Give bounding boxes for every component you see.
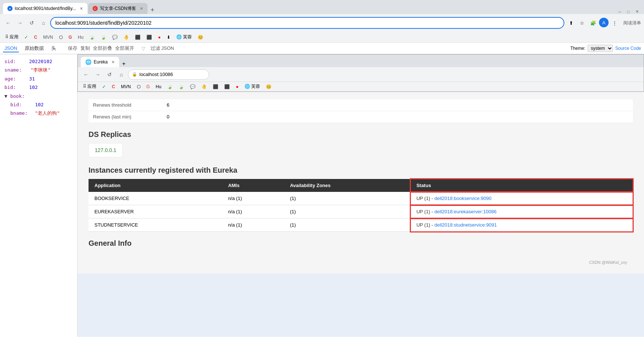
studnetservice-zones: (1) xyxy=(284,218,411,232)
inner-tab-eureka[interactable]: 🌐 Eureka ✕ xyxy=(81,57,119,67)
bookmark-smile[interactable]: 😊 xyxy=(195,34,205,41)
renews-last-label: Renews (last min) xyxy=(89,111,162,123)
bookmark-mvn[interactable]: MVN xyxy=(41,34,55,41)
address-bar[interactable] xyxy=(50,17,564,29)
tab-1[interactable]: ● localhost:9091/student/findBy... ✕ xyxy=(3,3,87,14)
bookmark-g[interactable]: G xyxy=(66,34,74,41)
new-tab-button[interactable]: + xyxy=(148,6,157,14)
bookmark-c[interactable]: C xyxy=(32,34,39,41)
inner-bookmark-leaf2[interactable]: 🍃 xyxy=(176,83,186,90)
bookmark-globe[interactable]: 🌐 芙蓉 xyxy=(174,33,194,41)
json-book-bid-val: 102 xyxy=(35,102,44,107)
expand-all-action[interactable]: 全部展开 xyxy=(115,45,134,52)
inner-bookmark-chat[interactable]: 💬 xyxy=(188,83,198,90)
bookmark-red-circle[interactable]: ● xyxy=(156,34,163,41)
eurekaserver-zones: (1) xyxy=(284,205,411,218)
inner-tab-label: Eureka xyxy=(94,59,108,65)
filter-label: 过滤 JSON xyxy=(150,45,174,52)
inner-bookmark-smile[interactable]: 😊 xyxy=(264,83,274,90)
menu-icon[interactable]: ⋮ xyxy=(609,18,620,28)
inner-home-button[interactable]: ⌂ xyxy=(116,69,127,80)
tab-2[interactable]: C 写文章-CSDN博客 ✕ xyxy=(88,3,148,14)
json-tab-headers[interactable]: 头 xyxy=(50,44,58,52)
json-book-bname-row: bname: "老人的狗" xyxy=(4,109,73,117)
json-sname-row: sname: "李咪咪" xyxy=(4,66,73,74)
json-tab-raw[interactable]: 原始数据 xyxy=(23,44,45,52)
instances-thead: Application AMIs Availability Zones Stat… xyxy=(89,179,633,192)
inner-bookmark-c[interactable]: C xyxy=(110,83,117,90)
tab-2-close[interactable]: ✕ xyxy=(140,6,143,11)
studnetservice-app: STUDNETSERVICE xyxy=(89,218,222,232)
forward-button[interactable]: → xyxy=(15,18,25,28)
renews-threshold-label: Renews threshold xyxy=(89,99,162,111)
inner-reload-button[interactable]: ↺ xyxy=(104,69,115,80)
reload-button[interactable]: ↺ xyxy=(27,18,37,28)
bookmark-leaf2[interactable]: 🍃 xyxy=(98,34,108,41)
inner-bookmark-apps[interactable]: ⠿ 应用 xyxy=(81,83,98,90)
inner-bookmark-globe[interactable]: 🌐 芙蓉 xyxy=(242,83,262,90)
bookmark-apps[interactable]: ⠿ 应用 xyxy=(3,33,21,41)
json-theme-area: Theme: system light dark Source Code xyxy=(570,45,641,52)
json-book-arrow[interactable]: ▼ xyxy=(4,93,7,99)
profile-icon[interactable]: A xyxy=(599,18,609,27)
inner-new-tab-button[interactable]: + xyxy=(119,61,128,67)
inner-bookmark-blue[interactable]: ⬛ xyxy=(211,83,221,90)
copy-action[interactable]: 复制 xyxy=(80,45,90,52)
minimize-button[interactable]: ─ xyxy=(616,10,624,14)
bookmark-icon[interactable]: ☆ xyxy=(577,18,587,28)
back-button[interactable]: ← xyxy=(3,18,13,28)
inner-bookmark-hand[interactable]: 🤚 xyxy=(199,83,209,90)
inner-bookmark-github[interactable]: ⬡ xyxy=(135,83,143,90)
save-action[interactable]: 保存 xyxy=(68,45,77,52)
inner-tab-globe-icon: 🌐 xyxy=(85,59,91,65)
bookmark-github[interactable]: ⬡ xyxy=(57,34,65,41)
json-book-row: ▼ book: xyxy=(4,92,73,100)
bookmark-hand[interactable]: 🤚 xyxy=(121,34,131,41)
eurekaserver-status-link[interactable]: dell2018:eurekaserver:10086 xyxy=(434,209,496,214)
tab-1-close[interactable]: ✕ xyxy=(80,6,83,11)
bookmark-checkmark[interactable]: ✓ xyxy=(22,34,30,41)
table-row: EUREKASERVER n/a (1) (1) UP (1) - dell20… xyxy=(89,205,633,218)
extensions-icon[interactable]: 🧩 xyxy=(588,18,598,28)
bookservice-status-link[interactable]: dell2018:bookservice:9090 xyxy=(434,196,492,201)
restore-button[interactable]: □ xyxy=(625,10,632,14)
bookmark-blue[interactable]: ⬛ xyxy=(133,34,143,41)
bookmarks-bar: ⠿ 应用 ✓ C MVN ⬡ G Hu 🍃 🍃 💬 🤚 ⬛ ⬛ ● ⬇ 🌐 芙蓉… xyxy=(0,32,644,43)
source-code-link[interactable]: Source Code xyxy=(615,46,641,51)
nav-icons: ⬆ ☆ 🧩 A ⋮ xyxy=(566,18,620,28)
json-age-val: 31 xyxy=(29,76,35,82)
share-icon[interactable]: ⬆ xyxy=(566,18,576,28)
inner-forward-button[interactable]: → xyxy=(93,69,103,80)
inner-bookmark-hu[interactable]: Hu xyxy=(153,83,163,90)
watermark: CSDN @WldKid_zxy xyxy=(89,259,633,266)
theme-select[interactable]: system light dark xyxy=(588,45,613,52)
json-actions: 保存 复制 全部折叠 全部展开 xyxy=(68,45,134,52)
json-book-key: book: xyxy=(10,93,25,99)
renews-threshold-value: 6 xyxy=(162,99,633,111)
studnetservice-status-link[interactable]: dell2018:studnetservice:9091 xyxy=(434,222,497,228)
nav-bar: ← → ↺ ⌂ ⬆ ☆ 🧩 A ⋮ 阅读清单 xyxy=(0,14,644,32)
json-bid-key: bid: xyxy=(4,84,16,90)
home-button[interactable]: ⌂ xyxy=(38,18,49,28)
bookmark-chat[interactable]: 💬 xyxy=(110,34,120,41)
bookmark-terminal[interactable]: ⬛ xyxy=(144,34,154,41)
instances-header-row: Application AMIs Availability Zones Stat… xyxy=(89,179,633,192)
close-button[interactable]: ✕ xyxy=(633,9,641,14)
inner-bookmark-red[interactable]: ● xyxy=(233,83,240,90)
inner-bookmark-check[interactable]: ✓ xyxy=(100,83,108,90)
instances-title: Instances currently registered with Eure… xyxy=(89,166,633,175)
inner-tab-close[interactable]: ✕ xyxy=(111,60,115,65)
inner-address-container: 🔒 localhost:10086 xyxy=(128,69,209,80)
inner-bookmark-mvn[interactable]: MVN xyxy=(119,83,133,90)
inner-browser: 🌐 Eureka ✕ + ← → ↺ ⌂ 🔒 localhost:10086 ⠿ xyxy=(77,54,644,92)
bookmark-hu[interactable]: Hu xyxy=(76,34,86,41)
inner-bookmark-leaf[interactable]: 🍃 xyxy=(165,83,175,90)
inner-back-button[interactable]: ← xyxy=(81,69,91,80)
bookmark-leaf[interactable]: 🍃 xyxy=(87,34,97,41)
json-tab-json[interactable]: JSON xyxy=(3,45,19,52)
inner-bookmark-terminal[interactable]: ⬛ xyxy=(222,83,232,90)
filter-icon: ▽ xyxy=(142,46,145,51)
inner-bookmark-g[interactable]: G xyxy=(144,83,152,90)
collapse-all-action[interactable]: 全部折叠 xyxy=(93,45,112,52)
bookmark-arrow-down[interactable]: ⬇ xyxy=(165,34,173,41)
